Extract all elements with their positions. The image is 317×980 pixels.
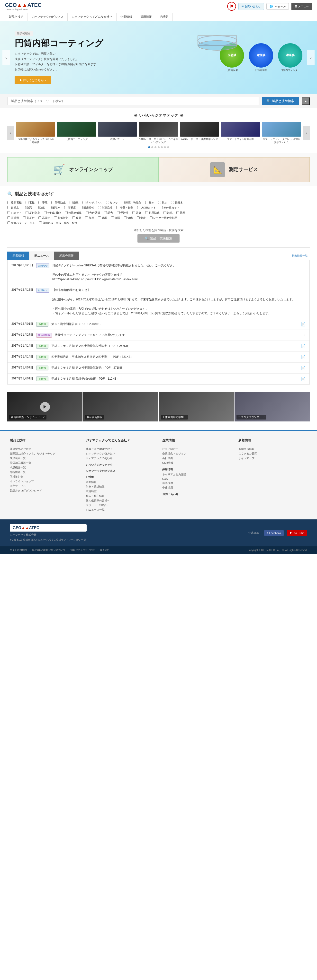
footer-link[interactable]: 中途採用 bbox=[162, 485, 231, 490]
play-button[interactable]: ▶ bbox=[40, 402, 50, 412]
carousel-dot-6[interactable] bbox=[164, 146, 166, 148]
hero-prev-button[interactable]: ‹ bbox=[2, 50, 10, 65]
checkbox-block[interactable]: 強隔 bbox=[111, 216, 120, 220]
footer-link[interactable]: 社会に向けて bbox=[162, 447, 231, 451]
checkbox-light-select[interactable]: 光合選択 bbox=[86, 211, 100, 215]
footer-link[interactable]: 新卒採用 bbox=[162, 481, 231, 485]
checkbox-sensor[interactable]: センサ bbox=[106, 201, 118, 204]
checkbox-decoration[interactable]: 装飾 bbox=[132, 211, 141, 215]
carousel-dot-3[interactable] bbox=[154, 146, 157, 148]
footer-link[interactable]: 展示会合情報 bbox=[239, 447, 307, 451]
online-shop-banner[interactable]: 🛒 オンラインショップ bbox=[7, 157, 158, 182]
footer-link[interactable]: 薄膜とは？機能とは？ bbox=[86, 447, 155, 451]
news-content[interactable]: 第６５期中間報告書（PDF：2.45MB） bbox=[51, 322, 298, 326]
search-button[interactable]: 🔍 製品と技術検索 bbox=[262, 97, 299, 105]
legal-link-notice[interactable]: 電子公告 bbox=[100, 548, 109, 552]
checkbox-magnetic[interactable]: 镀磁 bbox=[124, 216, 133, 220]
footer-link[interactable]: 製品カタログダウンロード bbox=[10, 488, 78, 493]
checkbox-scatter[interactable]: 散乱 bbox=[163, 211, 173, 215]
checkbox-laser-optics[interactable]: レーザー用光学部品 bbox=[150, 216, 177, 220]
gallery-item-astronomy[interactable]: 天体観測用光学加工 bbox=[159, 392, 234, 422]
news-content[interactable]: 平成３０年３月期 第２四半期決算説明資料（PDF：257KB） bbox=[51, 344, 298, 348]
footer-link[interactable]: Q&A bbox=[162, 477, 231, 481]
checkbox-rust[interactable]: 着鑿・錆防 bbox=[116, 206, 133, 210]
nav-item-about[interactable]: ジオマテックってどんな会社？ bbox=[68, 13, 117, 21]
footer-link[interactable]: 成膜機器一覧 bbox=[10, 465, 78, 470]
list-item[interactable]: スマートフォン・タブレットPC用光学フィルム bbox=[262, 122, 301, 144]
nav-item-ir[interactable]: IR情報 bbox=[156, 13, 173, 21]
hero-next-button[interactable]: › bbox=[307, 50, 315, 65]
nav-item-business[interactable]: ジオマテックのビジネス bbox=[27, 13, 68, 21]
checkbox-charge[interactable]: 帯電 bbox=[38, 201, 48, 204]
footer-link[interactable]: CSR情報 bbox=[162, 461, 231, 465]
legal-link-terms[interactable]: サイト利用規約 bbox=[10, 548, 27, 552]
checkbox-heat[interactable]: 加熱 bbox=[85, 216, 94, 220]
legal-link-privacy[interactable]: 個人情報のお取り扱いについて bbox=[32, 548, 66, 552]
checkbox-thin-film-prop[interactable]: 薄膜形成・組成・構造・特性 bbox=[39, 221, 77, 225]
footer-link[interactable]: 周辺加工機器一覧 bbox=[10, 461, 78, 465]
list-item[interactable]: RuO₂成膜によるウォッチパネル用電極膜 bbox=[16, 122, 55, 144]
checkbox-electrode[interactable]: 電極 bbox=[26, 201, 35, 204]
checkbox-abrasion[interactable]: 耐摩擦性 bbox=[80, 206, 94, 210]
checkbox-water-repel[interactable]: 撥水 bbox=[145, 201, 154, 204]
gallery-item-exhibition[interactable]: 展示会合情報 bbox=[83, 392, 158, 422]
tab-new-info[interactable]: 新着情報 bbox=[7, 251, 29, 260]
footer-link[interactable]: 個人投資家の皆様へ bbox=[86, 498, 155, 503]
news-content[interactable]: 平成３０年３月期 第２投半期決算短信（PDF：271KB） bbox=[51, 366, 298, 370]
checkbox-micropattern[interactable]: 微細パターン・加工 bbox=[7, 221, 35, 225]
footer-link[interactable]: 株式・株主情報 bbox=[86, 494, 155, 498]
checkbox-high-transmit[interactable]: 高透過 bbox=[7, 216, 19, 220]
checkbox-super-photocatalyst[interactable]: 超防光触媒 bbox=[65, 211, 82, 215]
youtube-button[interactable]: ▶ YouTube bbox=[287, 530, 307, 536]
checkbox-high-reflect[interactable]: 高反射 bbox=[23, 216, 35, 220]
checkbox-super-repel[interactable]: 超撥水 bbox=[171, 201, 183, 204]
checkbox-salt-resistant[interactable]: 耐塩水 bbox=[49, 206, 60, 210]
carousel-dot-5[interactable] bbox=[161, 146, 163, 148]
footer-link[interactable]: よくあるご質問 bbox=[239, 451, 307, 456]
menu-button[interactable]: ☰ メニュー bbox=[291, 3, 312, 10]
carousel-dot-4[interactable] bbox=[158, 146, 160, 148]
footer-link[interactable]: IR資料室 bbox=[86, 489, 155, 494]
footer-link[interactable]: 成膜装置一覧 bbox=[10, 456, 78, 461]
carousel-prev-button[interactable]: ‹ bbox=[7, 126, 14, 140]
footer-link[interactable]: 財務・業績情報 bbox=[86, 484, 155, 489]
checkbox-hydrophilic[interactable]: 親水 bbox=[158, 201, 167, 204]
product-search-button[interactable]: 🔍 製品・技術検索 bbox=[138, 234, 179, 243]
checkbox-antireflect[interactable]: 反射防止 bbox=[26, 211, 40, 215]
footer-link[interactable]: 薄膜技術集 bbox=[10, 474, 78, 479]
nav-item-recruit[interactable]: 採用情報 bbox=[136, 13, 156, 21]
checkbox-shield[interactable]: 遮調 bbox=[98, 216, 107, 220]
list-item[interactable]: 円筒内コーティング bbox=[57, 122, 96, 144]
checkbox-low-refract[interactable]: 超低折射 bbox=[54, 216, 68, 220]
checkbox-thin-dry[interactable]: 薄膜・乾燥化 bbox=[122, 201, 141, 204]
checkbox-touchpanel[interactable]: タッチパネル bbox=[82, 201, 102, 204]
hero-more-button[interactable]: ▶ 詳しくはこちらへ bbox=[14, 76, 51, 84]
checkbox-super-hydrophilic[interactable]: 超親水 bbox=[7, 206, 19, 210]
checkbox-interference[interactable]: 干渉性 bbox=[117, 211, 128, 215]
checkbox-ir-cut2[interactable]: IRカット bbox=[7, 211, 22, 215]
list-item[interactable]: 成膜パターン bbox=[98, 122, 137, 144]
language-button[interactable]: 🌐 Language bbox=[266, 3, 289, 10]
gallery-item-catalog[interactable]: カタログダウンロード bbox=[235, 392, 310, 422]
checkbox-high-polarize[interactable]: 高偏光 bbox=[38, 216, 50, 220]
checkbox-dustproof[interactable]: 防塵 bbox=[176, 211, 186, 215]
checkbox-dimmer[interactable]: 調光 bbox=[104, 211, 113, 215]
footer-link[interactable]: ジオマテックのあゆみ bbox=[86, 456, 155, 461]
checkbox-uvir-cut[interactable]: UV/IRカット bbox=[137, 206, 156, 210]
site-logo[interactable]: GEO ▲▲ ATEC create cooling solutions bbox=[5, 2, 42, 11]
checkbox-insulation[interactable]: 絶縁 bbox=[70, 201, 78, 204]
footer-link[interactable]: 薄膜製品のご紹介 bbox=[10, 447, 78, 451]
carousel-dot-7[interactable] bbox=[167, 146, 169, 148]
checkbox-ir-cut[interactable]: 赤外線カット bbox=[160, 206, 179, 210]
checkbox-reflect[interactable]: 反射 bbox=[72, 216, 81, 220]
search-input[interactable] bbox=[7, 97, 259, 105]
checkbox-measure[interactable]: 測定 bbox=[137, 216, 146, 220]
list-item[interactable]: スマートフォン用透明膜 bbox=[221, 122, 260, 144]
checkbox-antifouling[interactable]: 防汚 bbox=[23, 206, 32, 210]
checkbox-transparent-electrode[interactable]: 透明電極 bbox=[7, 201, 22, 204]
footer-link[interactable]: 企業理念・ビジョン bbox=[162, 451, 231, 456]
news-all-link[interactable]: 新着情報一覧 bbox=[290, 252, 310, 259]
tab-exhibition[interactable]: 展示会情報 bbox=[54, 251, 79, 260]
nav-item-products[interactable]: 製品と技術 bbox=[5, 13, 27, 21]
contact-button[interactable]: ✉ お問い合わせ bbox=[239, 3, 264, 10]
